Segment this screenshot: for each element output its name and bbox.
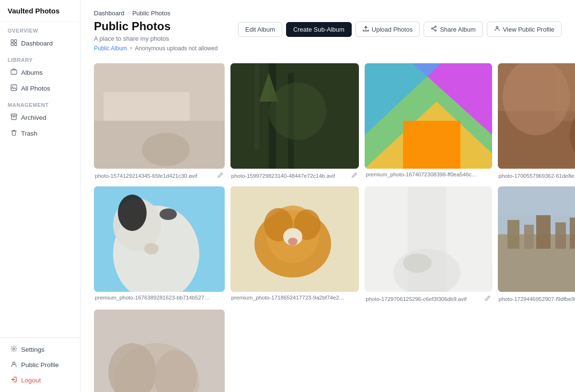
photo-image[interactable]	[230, 186, 359, 292]
svg-rect-16	[104, 92, 190, 121]
svg-point-39	[144, 243, 159, 254]
svg-point-37	[118, 195, 147, 231]
photo-card: premium_photo-1718652417723-9a2bf74e28c3…	[230, 186, 359, 304]
photo-card: premium_photo-1674072308398-ff0ea546c70d…	[365, 63, 492, 181]
sidebar-item-label-all-photos: All Photos	[21, 85, 50, 92]
svg-rect-58	[570, 218, 575, 249]
edit-album-button[interactable]: Edit Album	[238, 22, 282, 37]
edit-icon[interactable]	[484, 295, 491, 303]
all-photos-icon	[11, 84, 17, 92]
photo-caption: photo-1599729823140-48447e72c14b.avif	[230, 169, 359, 181]
trash-icon	[11, 129, 17, 138]
photo-filename: photo-1729706125296-c6ef3f306db9.avif	[366, 296, 466, 302]
photo-card: photo-1574129214345-65fe1d421c30.avif	[94, 63, 225, 181]
photo-image[interactable]	[94, 310, 225, 392]
sidebar-item-label-public-profile: Public Profile	[21, 361, 59, 369]
meta-album-label: Public Album	[94, 45, 127, 52]
view-public-profile-label: View Public Profile	[503, 26, 554, 33]
sidebar-item-label-settings: Settings	[21, 346, 45, 353]
photo-card: photo-1729706125296-c6ef3f306db9.avif	[365, 186, 492, 304]
photo-image[interactable]	[94, 63, 225, 169]
meta-dot: •	[130, 45, 132, 52]
svg-rect-1	[14, 40, 17, 42]
svg-rect-61	[498, 186, 575, 215]
sidebar-item-albums[interactable]: Albums	[3, 65, 77, 80]
svg-point-12	[432, 28, 433, 29]
svg-rect-0	[11, 40, 13, 42]
photo-caption: photo-1729446952907-f9dfbe96b1d5.avif	[498, 292, 575, 304]
create-sub-album-button[interactable]: Create Sub-Album	[286, 22, 352, 37]
photo-caption: photo-1574129214345-65fe1d421c30.avif	[94, 169, 225, 181]
svg-point-46	[288, 238, 298, 245]
sidebar-item-trash[interactable]: Trash	[3, 126, 77, 141]
share-album-label: Share Album	[440, 26, 475, 33]
photo-filename: photo-1599729823140-48447e72c14b.avif	[231, 173, 335, 179]
edit-icon[interactable]	[351, 172, 358, 180]
photo-filename: photo-1574129214345-65fe1d421c30.avif	[95, 173, 197, 179]
section-label-management: Management	[0, 96, 80, 110]
app-logo: Vaulted Photos	[0, 0, 80, 22]
svg-rect-32	[555, 63, 575, 121]
sidebar-item-logout[interactable]: Logout	[3, 373, 77, 388]
share-icon	[431, 25, 437, 33]
sidebar-item-dashboard[interactable]: Dashboard	[3, 36, 77, 51]
page-title: Public Photos	[94, 20, 218, 33]
svg-rect-54	[507, 220, 519, 249]
svg-point-13	[496, 26, 498, 28]
share-album-button[interactable]: Share Album	[424, 22, 483, 37]
svg-point-10	[435, 26, 437, 27]
view-public-profile-button[interactable]: View Public Profile	[487, 22, 562, 37]
photo-caption: premium_photo-1676389281623-bb714b527b50…	[94, 292, 225, 301]
dashboard-icon	[11, 39, 17, 47]
svg-rect-3	[14, 43, 17, 46]
svg-point-51	[403, 254, 432, 273]
sidebar-item-label-albums: Albums	[21, 69, 43, 76]
photo-caption: premium_photo-1674072308398-ff0ea546c70d…	[365, 169, 492, 178]
person-icon	[494, 25, 500, 33]
photo-image[interactable]	[94, 186, 225, 292]
photo-image[interactable]	[230, 63, 359, 169]
breadcrumb-current: Public Photos	[132, 10, 171, 17]
sidebar-item-settings[interactable]: Settings	[3, 342, 77, 357]
sidebar-item-label-trash: Trash	[21, 130, 37, 137]
svg-rect-2	[11, 43, 13, 46]
svg-rect-56	[536, 215, 551, 249]
photo-filename: premium_photo-1674072308398-ff0ea546c70d…	[366, 172, 479, 177]
upload-photos-label: Upload Photos	[372, 26, 413, 33]
public-profile-icon	[11, 361, 17, 369]
archived-icon	[11, 114, 17, 122]
sidebar-item-public-profile[interactable]: Public Profile	[3, 357, 77, 372]
sidebar-item-all-photos[interactable]: All Photos	[3, 81, 77, 96]
upload-photos-button[interactable]: Upload Photos	[356, 22, 420, 37]
section-label-overview: Overview	[0, 22, 80, 35]
svg-point-8	[13, 348, 15, 350]
photo-filename: premium_photo-1676389281623-bb714b527b50…	[95, 295, 212, 300]
page-header-left: Public Photos A place to share my photos…	[94, 20, 218, 54]
breadcrumb-home[interactable]: Dashboard	[94, 10, 125, 17]
photo-image[interactable]	[498, 63, 575, 169]
photo-card: premium_photo-1676389281623-bb714b527b50…	[94, 186, 225, 304]
sidebar-item-label-archived: Archived	[21, 114, 46, 121]
sidebar-item-archived[interactable]: Archived	[3, 110, 77, 125]
logout-icon	[11, 376, 17, 384]
svg-point-6	[12, 86, 13, 87]
svg-rect-4	[11, 70, 17, 74]
page-header: Public Photos A place to share my photos…	[94, 20, 562, 54]
photo-caption: premium_photo-1718652417723-9a2bf74e28c3…	[230, 292, 359, 301]
edit-icon[interactable]	[217, 172, 224, 180]
upload-icon	[363, 25, 369, 33]
photo-image[interactable]	[365, 63, 492, 169]
svg-rect-57	[555, 222, 566, 249]
main-content: Dashboard › Public Photos Public Photos …	[80, 0, 575, 392]
photo-caption: photo-1700557969362-61de8e193704.avif	[498, 169, 575, 181]
svg-rect-7	[11, 114, 17, 116]
photo-image[interactable]	[365, 186, 492, 292]
svg-rect-28	[403, 121, 460, 169]
photo-filename: photo-1700557969362-61de8e193704.avif	[499, 173, 575, 179]
settings-icon	[11, 346, 17, 354]
photo-image[interactable]	[498, 186, 575, 292]
svg-rect-21	[254, 63, 259, 150]
meta-anon-label: Anonymous uploads not allowed	[135, 45, 218, 52]
sidebar-item-label-dashboard: Dashboard	[21, 40, 53, 47]
section-label-library: Library	[0, 51, 80, 65]
